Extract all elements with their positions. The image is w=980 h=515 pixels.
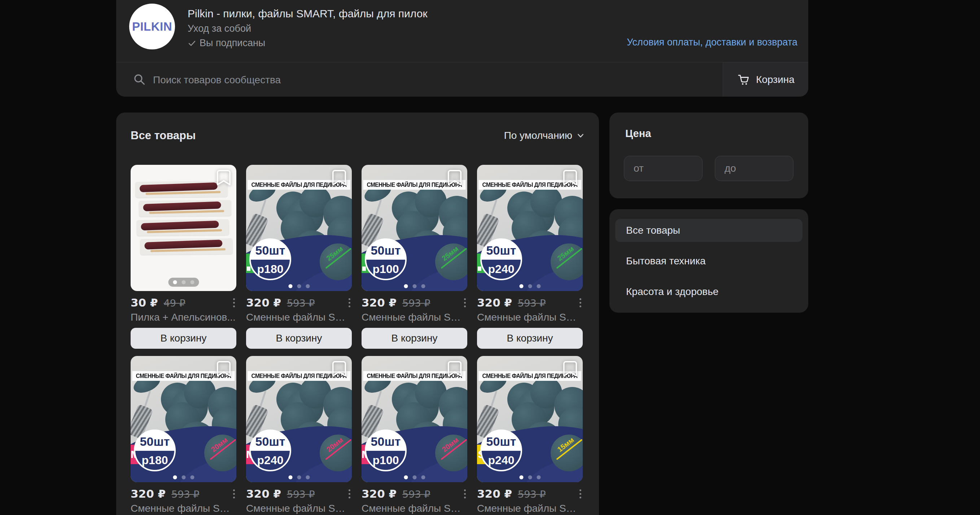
- product-old-price: 49 ₽: [164, 297, 186, 309]
- price-inputs: [624, 156, 794, 181]
- bookmark-icon[interactable]: [446, 359, 463, 378]
- cart-icon: [737, 73, 750, 86]
- product-grid: 30 ₽ 49 ₽ Пилка + Апельсинов... В корзин…: [130, 165, 583, 515]
- community-header-card: PILKIN Pilkin - пилки, файлы SMART, файл…: [116, 0, 808, 97]
- add-to-cart-button[interactable]: В корзину: [130, 328, 236, 349]
- carousel-dots[interactable]: [404, 284, 425, 288]
- drill-stem: [144, 391, 151, 407]
- more-options-icon[interactable]: [232, 297, 235, 308]
- product-price: 320 ₽: [246, 487, 281, 500]
- product-image[interactable]: СМЕННЫЕ ФАЙЛЫ ДЛЯ ПЕДИКЮРА 50шт р100 25м…: [361, 165, 467, 291]
- product-image[interactable]: СМЕННЫЕ ФАЙЛЫ ДЛЯ ПЕДИКЮРА 50шт р100 М 2…: [361, 356, 467, 482]
- more-options-icon[interactable]: [579, 489, 582, 499]
- product-card: СМЕННЫЕ ФАЙЛЫ ДЛЯ ПЕДИКЮРА 50шт р100 25м…: [361, 165, 467, 349]
- more-options-icon[interactable]: [348, 489, 351, 499]
- drill-stem: [375, 391, 382, 407]
- carousel-dots[interactable]: [519, 284, 541, 288]
- price-row: 320 ₽ 593 ₽: [477, 296, 583, 309]
- product-old-price: 593 ₽: [402, 297, 430, 309]
- product-card: СМЕННЫЕ ФАЙЛЫ ДЛЯ ПЕДИКЮРА 50шт р240 S 1…: [477, 356, 583, 515]
- sort-dropdown[interactable]: По умолчанию: [504, 130, 584, 141]
- carousel-dots[interactable]: [173, 475, 194, 479]
- product-image[interactable]: СМЕННЫЕ ФАЙЛЫ ДЛЯ ПЕДИКЮРА 50шт р240 М 2…: [246, 356, 352, 482]
- drill-stem: [490, 391, 498, 407]
- product-image[interactable]: [130, 165, 236, 291]
- more-options-icon[interactable]: [463, 489, 466, 499]
- price-to-input[interactable]: [715, 156, 794, 181]
- more-options-icon[interactable]: [579, 297, 582, 308]
- bookmark-icon[interactable]: [331, 168, 347, 186]
- price-filter-card: Цена: [609, 113, 808, 198]
- product-title[interactable]: Сменные файлы Sm...: [130, 502, 236, 515]
- product-card: СМЕННЫЕ ФАЙЛЫ ДЛЯ ПЕДИКЮРА 50шт р180 25м…: [246, 165, 352, 349]
- qty-label: 50шт: [366, 435, 405, 449]
- qty-label: 50шт: [482, 243, 521, 258]
- bookmark-icon[interactable]: [331, 359, 347, 378]
- sort-label: По умолчанию: [504, 130, 572, 141]
- sidebar-category-all[interactable]: Все товары: [615, 219, 802, 242]
- product-title[interactable]: Сменные файлы Sm...: [246, 311, 352, 324]
- product-old-price: 593 ₽: [518, 489, 546, 500]
- categories-card: Все товары Бытовая техника Красота и здо…: [609, 209, 808, 313]
- product-image[interactable]: СМЕННЫЕ ФАЙЛЫ ДЛЯ ПЕДИКЮРА 50шт р240 25м…: [477, 165, 583, 291]
- product-title[interactable]: Сменные файлы Sm...: [477, 502, 583, 515]
- product-title[interactable]: Сменные файлы Sm...: [246, 502, 352, 515]
- carousel-dots[interactable]: [519, 475, 541, 479]
- carousel-dots[interactable]: [288, 475, 310, 479]
- cart-button[interactable]: Корзина: [723, 62, 808, 97]
- sidebar-category-appliances[interactable]: Бытовая техника: [615, 250, 802, 273]
- bookmark-icon[interactable]: [562, 359, 578, 378]
- product-card: СМЕННЫЕ ФАЙЛЫ ДЛЯ ПЕДИКЮРА 50шт р180 М 2…: [130, 356, 236, 515]
- product-old-price: 593 ₽: [402, 489, 430, 500]
- product-image[interactable]: СМЕННЫЕ ФАЙЛЫ ДЛЯ ПЕДИКЮРА 50шт р180 М 2…: [130, 356, 236, 482]
- qty-label: 50шт: [366, 243, 405, 258]
- sidebar-category-beauty[interactable]: Красота и здоровье: [615, 280, 802, 303]
- nail-files-photo: [135, 180, 232, 260]
- price-row: 320 ₽ 593 ₽: [361, 487, 467, 500]
- add-to-cart-button[interactable]: В корзину: [477, 328, 583, 349]
- carousel-dots[interactable]: [288, 284, 310, 288]
- search-icon: [133, 73, 146, 86]
- product-old-price: 593 ₽: [518, 297, 546, 309]
- qty-badge: 50шт р100: [365, 429, 407, 471]
- qty-label: 50шт: [251, 435, 290, 449]
- carousel-dots[interactable]: [404, 475, 425, 479]
- qty-badge: 50шт р240: [249, 429, 291, 471]
- price-row: 320 ₽ 593 ₽: [130, 487, 236, 500]
- community-info: Pilkin - пилки, файлы SMART, файлы для п…: [188, 7, 428, 49]
- product-card: СМЕННЫЕ ФАЙЛЫ ДЛЯ ПЕДИКЮРА 50шт р100 М 2…: [361, 356, 467, 515]
- carousel-dots[interactable]: [168, 278, 199, 287]
- product-title[interactable]: Сменные файлы Sm...: [361, 311, 467, 324]
- qty-badge: 50шт р240: [480, 238, 522, 280]
- bookmark-icon[interactable]: [215, 359, 232, 378]
- product-price: 320 ₽: [477, 296, 512, 309]
- price-from-input[interactable]: [624, 156, 703, 181]
- more-options-icon[interactable]: [348, 297, 351, 308]
- community-avatar[interactable]: PILKIN: [129, 3, 175, 49]
- more-options-icon[interactable]: [463, 297, 466, 308]
- product-old-price: 593 ₽: [287, 297, 315, 309]
- terms-link[interactable]: Условия оплаты, доставки и возврата: [627, 37, 797, 48]
- products-heading: Все товары: [130, 129, 196, 142]
- add-to-cart-button[interactable]: В корзину: [361, 328, 467, 349]
- product-title[interactable]: Сменные файлы Sm...: [477, 311, 583, 324]
- bookmark-icon[interactable]: [446, 168, 463, 186]
- price-row: 320 ₽ 593 ₽: [246, 296, 352, 309]
- drill-stem: [259, 199, 267, 216]
- price-row: 320 ₽ 593 ₽: [246, 487, 352, 500]
- product-price: 30 ₽: [130, 296, 158, 309]
- product-image[interactable]: СМЕННЫЕ ФАЙЛЫ ДЛЯ ПЕДИКЮРА 50шт р180 25м…: [246, 165, 352, 291]
- bookmark-icon[interactable]: [562, 168, 578, 186]
- search-row: Корзина: [116, 62, 808, 97]
- bookmark-icon[interactable]: [215, 168, 232, 186]
- product-title[interactable]: Сменные файлы Sm...: [361, 502, 467, 515]
- product-old-price: 593 ₽: [287, 489, 315, 500]
- product-title[interactable]: Пилка + Апельсинов...: [130, 311, 236, 324]
- more-options-icon[interactable]: [232, 489, 235, 499]
- cart-label: Корзина: [756, 74, 794, 86]
- qty-label: 50шт: [251, 243, 290, 258]
- product-image[interactable]: СМЕННЫЕ ФАЙЛЫ ДЛЯ ПЕДИКЮРА 50шт р240 S 1…: [477, 356, 583, 482]
- search-input[interactable]: [152, 62, 710, 97]
- add-to-cart-button[interactable]: В корзину: [246, 328, 352, 349]
- product-price: 320 ₽: [361, 296, 396, 309]
